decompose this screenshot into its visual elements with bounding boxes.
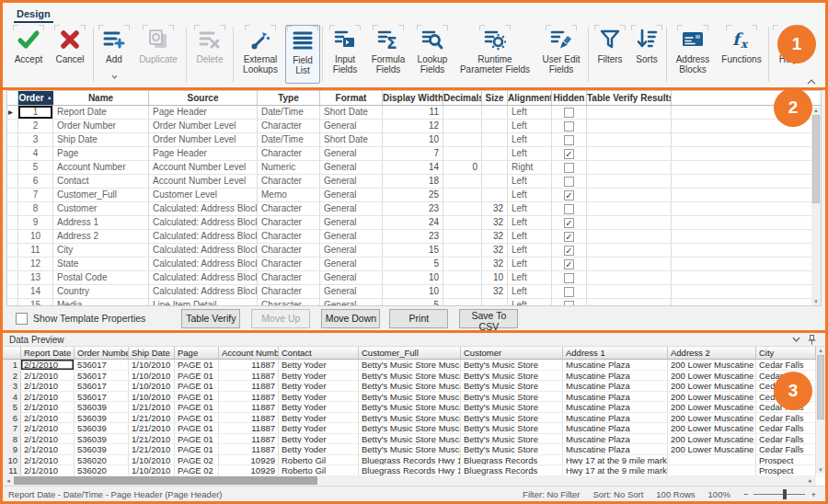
cell[interactable] <box>443 299 482 306</box>
column-header[interactable]: Size <box>482 91 508 105</box>
cell[interactable]: City <box>53 244 149 257</box>
cell[interactable]: 536017 <box>75 371 129 381</box>
cell[interactable] <box>443 175 482 188</box>
preview-horizontal-scrollbar[interactable]: ◄ ► <box>3 475 816 486</box>
cell[interactable]: Betty's Music Store <box>461 434 563 444</box>
cell[interactable]: Order Number <box>53 120 149 132</box>
cell[interactable]: Character <box>258 202 320 215</box>
field-list-button[interactable]: Field List <box>285 25 320 84</box>
cell[interactable]: 15 <box>383 244 443 257</box>
cell[interactable] <box>482 189 508 201</box>
cell[interactable]: Character <box>258 299 320 306</box>
cell[interactable] <box>482 133 508 146</box>
cell[interactable]: PAGE 01 <box>175 413 219 423</box>
cell[interactable]: 1/10/2010 <box>129 455 175 465</box>
cell[interactable]: 1/21/2010 <box>129 413 175 423</box>
cell[interactable]: Betty's Music Store Muscatine... <box>359 371 461 381</box>
cell[interactable]: 2 <box>18 120 53 132</box>
cell[interactable] <box>587 299 672 306</box>
hidden-cell[interactable]: ✓ <box>552 230 587 243</box>
cell[interactable] <box>482 175 508 188</box>
cell[interactable]: 11887 <box>219 413 279 423</box>
cell[interactable] <box>443 106 482 119</box>
cell[interactable]: Betty Yoder <box>279 360 359 370</box>
hidden-cell[interactable] <box>552 271 587 284</box>
cell[interactable]: 200 Lower Muscatine <box>668 392 756 402</box>
cell[interactable]: 11887 <box>219 392 279 402</box>
tab-design[interactable]: Design <box>14 6 53 23</box>
cell[interactable]: Character <box>258 244 320 257</box>
cell[interactable]: 1/21/2010 <box>129 444 175 454</box>
preview-column-header[interactable]: Account Number <box>219 347 279 359</box>
cell[interactable]: Betty's Music Store Muscatine... <box>359 434 461 444</box>
cell[interactable]: Bluegrass Records <box>461 455 563 465</box>
cell[interactable]: General <box>320 271 383 284</box>
cell[interactable]: Left <box>508 271 552 284</box>
cell[interactable]: 2/1/2010 <box>21 360 75 370</box>
cell[interactable]: Left <box>508 244 552 257</box>
cell[interactable]: 23 <box>383 202 443 215</box>
sorts-button[interactable]: Sorts <box>629 25 664 84</box>
cell[interactable]: General <box>320 202 383 215</box>
cell[interactable]: General <box>320 147 383 160</box>
cell[interactable]: Betty's Music Store <box>461 371 563 381</box>
hidden-cell[interactable] <box>552 299 587 306</box>
cell[interactable] <box>443 189 482 201</box>
cell[interactable] <box>482 120 508 132</box>
cell[interactable]: Betty's Music Store <box>461 423 563 433</box>
cell[interactable]: Address 2 <box>53 230 149 243</box>
hidden-cell[interactable] <box>552 285 587 298</box>
column-header[interactable]: Format <box>320 91 383 105</box>
preview-column-header[interactable]: Ship Date <box>129 347 175 359</box>
cell[interactable]: Roberto Gil <box>279 455 359 465</box>
cell[interactable] <box>482 299 508 306</box>
cell[interactable]: 7 <box>383 147 443 160</box>
cell[interactable] <box>668 455 756 465</box>
cell[interactable] <box>587 271 672 284</box>
cell[interactable]: 10929 <box>219 455 279 465</box>
cell[interactable]: Numeric <box>258 161 320 174</box>
cell[interactable] <box>587 285 672 298</box>
cell[interactable]: Bluegrass Records Hwy 17 at... <box>359 455 461 465</box>
cell[interactable]: Left <box>508 230 552 243</box>
pin-icon[interactable] <box>808 335 816 345</box>
hidden-cell[interactable] <box>552 133 587 146</box>
cell[interactable]: 8 <box>18 202 53 215</box>
cell[interactable]: 5 <box>383 258 443 270</box>
cell[interactable]: 2/1/2010 <box>21 381 75 391</box>
cancel-button[interactable]: Cancel <box>49 25 91 84</box>
cell[interactable]: 10929 <box>219 465 279 475</box>
cell[interactable]: Left <box>508 106 552 119</box>
cell[interactable]: Account Number Level <box>149 161 258 174</box>
cell[interactable]: Left <box>508 120 552 132</box>
column-header[interactable]: Table Verify Results <box>587 91 672 105</box>
cell[interactable]: 2/1/2010 <box>21 402 75 412</box>
cell[interactable]: PAGE 01 <box>175 402 219 412</box>
cell[interactable]: Address 1 <box>53 216 149 229</box>
cell[interactable]: Character <box>258 258 320 270</box>
cell[interactable]: PAGE 01 <box>175 392 219 402</box>
hidden-checkbox[interactable] <box>564 121 574 132</box>
cell[interactable]: Customer <box>53 202 149 215</box>
cell[interactable]: 15 <box>18 299 53 306</box>
functions-button[interactable]: fxFunctions <box>717 25 766 84</box>
cell[interactable]: Betty Yoder <box>279 371 359 381</box>
cell[interactable]: 23 <box>383 230 443 243</box>
cell[interactable]: 11887 <box>219 371 279 381</box>
cell[interactable]: Date/Time <box>258 133 320 146</box>
hidden-cell[interactable]: ✓ <box>552 258 587 270</box>
cell[interactable]: 7 <box>18 189 53 201</box>
cell[interactable]: Character <box>258 271 320 284</box>
cell[interactable]: General <box>320 285 383 298</box>
cell[interactable]: Muscatine Plaza <box>563 413 668 423</box>
cell[interactable]: Betty's Music Store Muscatine... <box>359 392 461 402</box>
cell[interactable] <box>587 202 672 215</box>
table-verify-button[interactable]: Table Verify <box>181 309 240 328</box>
hidden-checkbox[interactable]: ✓ <box>564 218 574 228</box>
cell[interactable]: Betty's Music Store <box>461 413 563 423</box>
cell[interactable]: 10 <box>482 271 508 284</box>
filters-button[interactable]: Filters <box>591 25 629 84</box>
cell[interactable]: Character <box>258 147 320 160</box>
cell[interactable]: General <box>320 216 383 229</box>
cell[interactable]: 200 Lower Muscatine <box>668 402 756 412</box>
